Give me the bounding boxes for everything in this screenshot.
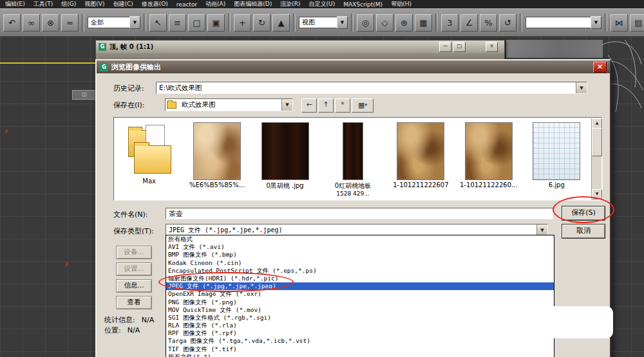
filetype-option[interactable]: TIF 图像文件 (*.tif) bbox=[166, 345, 554, 353]
menu-item-4[interactable]: 视图(V) bbox=[84, 0, 104, 8]
menu-item-3[interactable]: 组(G) bbox=[61, 0, 76, 8]
chevron-down-icon[interactable]: ▼ bbox=[536, 224, 547, 235]
filetype-option[interactable]: RPF 图像文件 (*.rpf) bbox=[166, 329, 554, 337]
keyboard-shortcut-toggle-icon[interactable]: ⋈ bbox=[611, 14, 628, 32]
select-object-icon[interactable]: ↖ bbox=[149, 14, 167, 32]
toolbar-separator bbox=[293, 14, 296, 32]
scroll-down-button[interactable]: ▼ bbox=[592, 189, 602, 199]
menu-item-5[interactable]: 创建(C) bbox=[113, 0, 133, 8]
bind-to-space-warp-icon[interactable]: ≈ bbox=[61, 14, 79, 32]
filetype-option[interactable]: Targa 图像文件 (*.tga,*.vda,*.icb,*.vst) bbox=[166, 337, 554, 345]
mirror-icon[interactable]: ◇ bbox=[376, 14, 393, 32]
back-icon[interactable]: ← bbox=[301, 98, 317, 113]
rectangular-selection-region-icon[interactable]: □ bbox=[188, 14, 205, 32]
reference-coordinate-dropdown[interactable]: 视图▼ bbox=[299, 17, 348, 28]
image-thumbnail bbox=[343, 122, 363, 180]
named-selection-sets-dropdown-value bbox=[526, 17, 591, 28]
view-menu-icon[interactable]: ▦▾ bbox=[352, 98, 374, 113]
dialog-close-button[interactable]: × bbox=[593, 62, 607, 73]
use-center-icon[interactable]: ◎ bbox=[357, 14, 374, 32]
menu-item-6[interactable]: 修改器(O) bbox=[142, 0, 168, 8]
menu-item-2[interactable]: 工具(T) bbox=[33, 0, 53, 8]
dialog-title: 浏览图像供输出 bbox=[111, 62, 161, 72]
filetype-option[interactable]: Encapsulated PostScript 文件 (*.eps,*.ps) bbox=[166, 267, 554, 275]
save-in-dropdown[interactable]: 欧式效果图 ▼ bbox=[165, 98, 293, 111]
history-dropdown[interactable]: E:\欧式效果图 ▼ bbox=[156, 82, 587, 94]
filetype-option[interactable]: AVI 文件 (*.avi) bbox=[166, 243, 554, 251]
file-item[interactable]: 6.jpg bbox=[523, 119, 591, 199]
file-item[interactable]: 0黑胡桃 .jpg bbox=[251, 119, 319, 199]
filetype-option[interactable]: RLA 图像文件 (*.rla) bbox=[166, 322, 554, 329]
scroll-up-button[interactable]: ▲ bbox=[592, 118, 602, 129]
info-button[interactable]: 信息... bbox=[116, 279, 152, 293]
filetype-option[interactable]: 所有格式 bbox=[166, 235, 554, 243]
select-and-link-icon[interactable]: ∞ bbox=[23, 14, 40, 32]
create-new-folder-icon[interactable]: * bbox=[335, 98, 350, 113]
file-item[interactable]: %E6%B5%85%... bbox=[183, 119, 251, 199]
filetype-option[interactable]: SGI 图像文件格式 (*.rgb,*.sgi) bbox=[166, 314, 554, 322]
frame-window-controls: —□× bbox=[439, 42, 498, 52]
filetype-option[interactable]: OpenEXR Image 文件 (*.exr) bbox=[166, 290, 554, 298]
window-crossing-icon[interactable]: ▣ bbox=[207, 14, 225, 32]
filetype-option[interactable]: 所有文件(*.*) bbox=[166, 353, 554, 357]
file-item[interactable]: 0红胡桃地板1528 429... bbox=[319, 119, 386, 199]
menu-item-11[interactable]: 自定义(U) bbox=[309, 0, 336, 8]
menu-item-12[interactable]: MAXScript(M) bbox=[343, 1, 383, 8]
x-axis-label: x bbox=[4, 127, 8, 134]
file-item[interactable]: 1-10121122260... bbox=[455, 119, 522, 199]
view-button[interactable]: 查看 bbox=[116, 296, 152, 309]
minimize-button[interactable]: — bbox=[439, 42, 451, 52]
dialog-titlebar[interactable]: G 浏览图像供输出 × bbox=[97, 60, 610, 73]
toolbar-separator bbox=[228, 14, 231, 32]
file-item[interactable]: 1-101211222607 bbox=[387, 119, 455, 199]
layer-manager-icon[interactable]: ▦ bbox=[415, 14, 432, 32]
select-and-move-icon[interactable]: + bbox=[234, 14, 251, 32]
scrollbar-thumb[interactable] bbox=[592, 128, 602, 156]
chevron-down-icon[interactable]: ▼ bbox=[281, 99, 292, 111]
file-name-label: 1-101211222607 bbox=[393, 181, 448, 188]
filetype-option[interactable]: Kodak Cineon (*.cin) bbox=[166, 259, 554, 267]
menu-item-7[interactable]: reactor bbox=[176, 1, 197, 8]
chevron-down-icon[interactable]: ▼ bbox=[591, 16, 601, 29]
filetype-option[interactable]: JPEG 文件 (*.jpg,*.jpe,*.jpeg) bbox=[166, 282, 554, 290]
align-icon[interactable]: ⊕ bbox=[395, 14, 413, 32]
frame-window-titlebar[interactable]: G 顶, 帧 0 (1:1) —□× bbox=[96, 41, 504, 53]
image-thumbnail bbox=[533, 122, 580, 180]
select-and-rotate-icon[interactable]: ↻ bbox=[253, 14, 270, 32]
menu-item-8[interactable]: 动画(A) bbox=[205, 0, 225, 8]
filetype-option[interactable]: MOV QuickTime 文件 (*.mov) bbox=[166, 306, 554, 314]
render-setup-icon[interactable]: ▤ bbox=[630, 14, 644, 32]
menu-item-1[interactable]: 编辑(E) bbox=[5, 0, 25, 8]
filetype-option[interactable]: PNG 图像文件 (*.png) bbox=[166, 298, 554, 306]
spinner-snap-icon[interactable]: ↺ bbox=[499, 14, 516, 32]
scrollbar[interactable]: ▲ ▼ bbox=[591, 118, 601, 199]
menu-item-13[interactable]: 帮助(H) bbox=[391, 0, 412, 8]
file-item[interactable]: Max bbox=[115, 119, 183, 199]
menu-item-10[interactable]: 渲染(R) bbox=[280, 0, 300, 8]
filetype-option[interactable]: BMP 图像文件 (*.bmp) bbox=[166, 251, 554, 259]
select-by-name-icon[interactable]: ≡ bbox=[169, 14, 186, 32]
menu-item-9[interactable]: 图表编辑器(D) bbox=[234, 0, 272, 8]
device-button: 设备... bbox=[116, 246, 152, 259]
close-button[interactable]: × bbox=[486, 42, 498, 52]
selection-filter-dropdown[interactable]: 全部▼ bbox=[88, 17, 140, 28]
percent-snap-icon[interactable]: % bbox=[480, 14, 497, 32]
save-button[interactable]: 保存(S) bbox=[562, 206, 605, 221]
app-icon: G bbox=[99, 43, 106, 51]
undo-icon[interactable]: ↶ bbox=[3, 14, 21, 32]
up-one-level-icon[interactable]: ↑ bbox=[318, 98, 334, 113]
select-and-scale-icon[interactable]: ▲ bbox=[272, 14, 290, 32]
chevron-down-icon[interactable]: ▼ bbox=[337, 16, 348, 29]
angle-snap-icon[interactable]: ∠ bbox=[460, 14, 478, 32]
snap-toggle-icon[interactable]: 3 bbox=[441, 14, 459, 32]
maximize-button[interactable]: □ bbox=[453, 42, 466, 52]
chevron-down-icon: ▾ bbox=[365, 102, 367, 107]
named-selection-sets-dropdown[interactable]: ▼ bbox=[526, 17, 601, 28]
chevron-down-icon[interactable]: ▼ bbox=[576, 82, 587, 93]
chevron-down-icon[interactable]: ▼ bbox=[129, 16, 140, 29]
filetype-option[interactable]: 辐射图像文件(HDRI) (*.hdr,*.pic) bbox=[166, 275, 554, 282]
file-name-label: 0黑胡桃 .jpg bbox=[266, 181, 303, 190]
filename-input[interactable] bbox=[166, 208, 553, 219]
cancel-button[interactable]: 取消 bbox=[562, 224, 605, 239]
unlink-selection-icon[interactable]: ⊗ bbox=[42, 14, 59, 32]
